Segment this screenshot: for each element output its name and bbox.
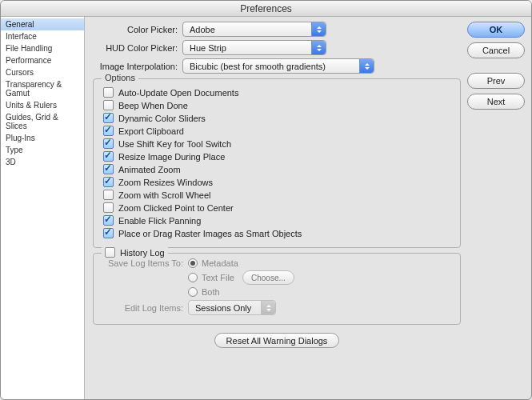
sidebar-item-performance[interactable]: Performance	[1, 54, 84, 66]
hud-picker-label: HUD Color Picker:	[93, 43, 182, 53]
save-to-label: Save Log Items To:	[102, 258, 188, 268]
main-panel: Color Picker: Adobe HUD Color Picker: Hu…	[85, 17, 467, 399]
edit-log-label: Edit Log Items:	[102, 303, 188, 313]
sidebar-item-type[interactable]: Type	[1, 144, 84, 156]
sidebar-item-interface[interactable]: Interface	[1, 30, 84, 42]
option-label: Zoom with Scroll Wheel	[118, 190, 211, 200]
next-button[interactable]: Next	[467, 94, 525, 110]
sidebar-item-units[interactable]: Units & Rulers	[1, 99, 84, 111]
color-picker-select[interactable]: Adobe	[182, 22, 326, 37]
sidebar-item-general[interactable]: General	[1, 18, 84, 30]
option-checkbox-2[interactable]	[103, 113, 114, 123]
sidebar-item-3d[interactable]: 3D	[1, 156, 84, 168]
chevron-updown-icon	[359, 59, 374, 73]
option-label: Beep When Done	[118, 101, 188, 110]
options-group: Options Auto-Update Open DocumentsBeep W…	[93, 78, 461, 248]
option-checkbox-7[interactable]	[103, 177, 114, 187]
option-checkbox-1[interactable]	[103, 100, 114, 110]
option-label: Zoom Clicked Point to Center	[118, 203, 234, 213]
option-checkbox-4[interactable]	[103, 138, 114, 149]
preferences-window: Preferences General Interface File Handl…	[0, 0, 532, 400]
color-picker-label: Color Picker:	[93, 25, 182, 34]
option-checkbox-5[interactable]	[103, 151, 114, 162]
option-checkbox-6[interactable]	[103, 164, 114, 174]
chevron-updown-icon	[261, 301, 275, 314]
option-label: Use Shift Key for Tool Switch	[118, 139, 231, 149]
hud-picker-select[interactable]: Hue Strip	[182, 40, 326, 55]
radio-metadata[interactable]	[188, 258, 198, 268]
interpolation-select[interactable]: Bicubic (best for smooth gradients)	[182, 58, 374, 74]
window-title: Preferences	[1, 1, 531, 17]
option-label: Export Clipboard	[118, 126, 184, 136]
history-group: History Log Save Log Items To: Metadata …	[93, 253, 461, 325]
history-log-checkbox[interactable]	[105, 247, 115, 258]
option-checkbox-10[interactable]	[103, 215, 114, 226]
option-checkbox-11[interactable]	[103, 228, 114, 238]
option-label: Enable Flick Panning	[118, 216, 201, 226]
choose-button[interactable]: Choose...	[242, 270, 294, 285]
sidebar-item-plugins[interactable]: Plug-Ins	[1, 132, 84, 144]
edit-log-select[interactable]: Sessions Only	[188, 300, 276, 315]
radio-both[interactable]	[188, 287, 198, 297]
option-checkbox-3[interactable]	[103, 126, 114, 136]
option-checkbox-9[interactable]	[103, 202, 114, 213]
category-sidebar: General Interface File Handling Performa…	[1, 17, 85, 399]
ok-button[interactable]: OK	[467, 22, 525, 38]
sidebar-item-file-handling[interactable]: File Handling	[1, 42, 84, 54]
chevron-updown-icon	[311, 41, 326, 54]
chevron-updown-icon	[311, 22, 326, 36]
option-label: Dynamic Color Sliders	[118, 114, 206, 123]
radio-textfile[interactable]	[188, 273, 198, 282]
option-label: Animated Zoom	[118, 165, 181, 174]
sidebar-item-guides[interactable]: Guides, Grid & Slices	[1, 111, 84, 132]
history-legend: History Log	[102, 247, 168, 258]
sidebar-item-cursors[interactable]: Cursors	[1, 66, 84, 78]
option-label: Resize Image During Place	[118, 152, 225, 162]
cancel-button[interactable]: Cancel	[467, 42, 525, 58]
option-checkbox-0[interactable]	[103, 87, 114, 98]
options-legend: Options	[102, 73, 138, 82]
prev-button[interactable]: Prev	[467, 73, 525, 89]
dialog-buttons: OK Cancel Prev Next	[467, 17, 531, 399]
reset-warnings-button[interactable]: Reset All Warning Dialogs	[214, 333, 340, 348]
option-label: Auto-Update Open Documents	[118, 88, 238, 98]
option-label: Place or Drag Raster Images as Smart Obj…	[118, 229, 302, 238]
option-checkbox-8[interactable]	[103, 190, 114, 200]
sidebar-item-transparency[interactable]: Transparency & Gamut	[1, 78, 84, 99]
option-label: Zoom Resizes Windows	[118, 178, 213, 187]
interpolation-label: Image Interpolation:	[93, 62, 182, 71]
